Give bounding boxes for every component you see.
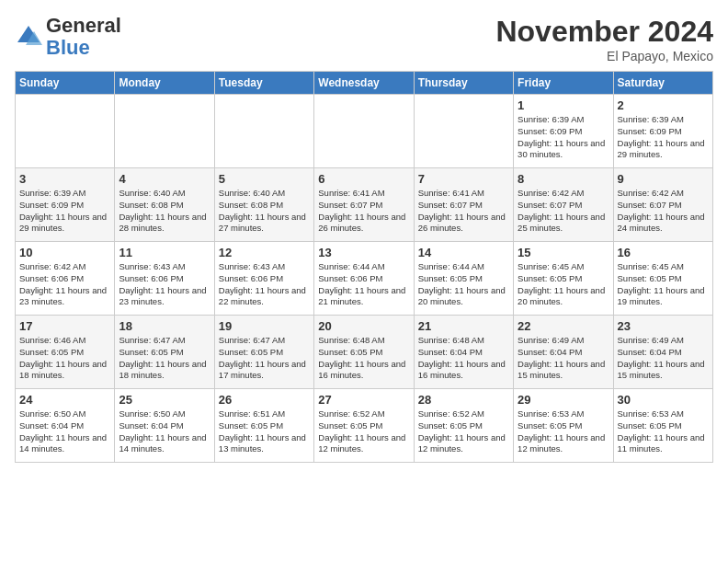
calendar-day — [115, 95, 214, 168]
day-info: Sunrise: 6:46 AM Sunset: 6:05 PM Dayligh… — [19, 335, 110, 382]
calendar-week-1: 3Sunrise: 6:39 AM Sunset: 6:09 PM Daylig… — [16, 168, 713, 242]
calendar-day: 6Sunrise: 6:41 AM Sunset: 6:07 PM Daylig… — [314, 168, 414, 242]
calendar-body: 1Sunrise: 6:39 AM Sunset: 6:09 PM Daylig… — [16, 95, 713, 463]
day-info: Sunrise: 6:40 AM Sunset: 6:08 PM Dayligh… — [119, 188, 210, 235]
calendar-table: SundayMondayTuesdayWednesdayThursdayFrid… — [15, 71, 713, 463]
day-number: 14 — [418, 246, 509, 259]
calendar-day: 10Sunrise: 6:42 AM Sunset: 6:06 PM Dayli… — [16, 242, 115, 316]
calendar-day: 3Sunrise: 6:39 AM Sunset: 6:09 PM Daylig… — [16, 168, 115, 242]
calendar-day: 28Sunrise: 6:52 AM Sunset: 6:05 PM Dayli… — [414, 389, 513, 463]
day-number: 28 — [418, 393, 509, 407]
calendar-day: 21Sunrise: 6:48 AM Sunset: 6:04 PM Dayli… — [414, 316, 513, 389]
location-subtitle: El Papayo, Mexico — [495, 49, 713, 63]
calendar-day: 7Sunrise: 6:41 AM Sunset: 6:07 PM Daylig… — [414, 168, 513, 242]
day-info: Sunrise: 6:39 AM Sunset: 6:09 PM Dayligh… — [618, 114, 709, 161]
day-number: 15 — [518, 246, 609, 259]
logo: GeneralBlue — [15, 15, 121, 59]
day-number: 16 — [618, 246, 709, 259]
day-header-wednesday: Wednesday — [314, 72, 414, 95]
logo-icon — [15, 23, 42, 51]
calendar-day: 5Sunrise: 6:40 AM Sunset: 6:08 PM Daylig… — [214, 168, 313, 242]
day-number: 29 — [518, 393, 609, 407]
day-info: Sunrise: 6:45 AM Sunset: 6:05 PM Dayligh… — [518, 261, 609, 308]
day-info: Sunrise: 6:44 AM Sunset: 6:06 PM Dayligh… — [318, 261, 409, 308]
day-number: 24 — [19, 393, 110, 407]
day-number: 11 — [119, 246, 210, 259]
day-info: Sunrise: 6:44 AM Sunset: 6:05 PM Dayligh… — [418, 261, 509, 308]
day-info: Sunrise: 6:49 AM Sunset: 6:04 PM Dayligh… — [518, 335, 609, 382]
calendar-day: 27Sunrise: 6:52 AM Sunset: 6:05 PM Dayli… — [314, 389, 414, 463]
calendar-day: 19Sunrise: 6:47 AM Sunset: 6:05 PM Dayli… — [214, 316, 313, 389]
day-info: Sunrise: 6:53 AM Sunset: 6:05 PM Dayligh… — [518, 408, 609, 455]
day-header-tuesday: Tuesday — [214, 72, 313, 95]
day-header-saturday: Saturday — [613, 72, 712, 95]
logo-text: GeneralBlue — [46, 15, 121, 59]
calendar-day: 12Sunrise: 6:43 AM Sunset: 6:06 PM Dayli… — [214, 242, 313, 316]
day-info: Sunrise: 6:53 AM Sunset: 6:05 PM Dayligh… — [618, 408, 709, 455]
calendar-day — [16, 95, 115, 168]
day-info: Sunrise: 6:39 AM Sunset: 6:09 PM Dayligh… — [19, 188, 110, 235]
calendar-day: 11Sunrise: 6:43 AM Sunset: 6:06 PM Dayli… — [115, 242, 214, 316]
calendar-day: 13Sunrise: 6:44 AM Sunset: 6:06 PM Dayli… — [314, 242, 414, 316]
calendar-day: 25Sunrise: 6:50 AM Sunset: 6:04 PM Dayli… — [115, 389, 214, 463]
calendar-day: 9Sunrise: 6:42 AM Sunset: 6:07 PM Daylig… — [613, 168, 712, 242]
day-info: Sunrise: 6:50 AM Sunset: 6:04 PM Dayligh… — [19, 408, 110, 455]
day-number: 3 — [19, 172, 110, 186]
calendar-day: 23Sunrise: 6:49 AM Sunset: 6:04 PM Dayli… — [613, 316, 712, 389]
day-info: Sunrise: 6:43 AM Sunset: 6:06 PM Dayligh… — [119, 261, 210, 308]
calendar-day: 30Sunrise: 6:53 AM Sunset: 6:05 PM Dayli… — [613, 389, 712, 463]
day-info: Sunrise: 6:52 AM Sunset: 6:05 PM Dayligh… — [418, 408, 509, 455]
calendar-day: 29Sunrise: 6:53 AM Sunset: 6:05 PM Dayli… — [514, 389, 613, 463]
calendar-week-2: 10Sunrise: 6:42 AM Sunset: 6:06 PM Dayli… — [16, 242, 713, 316]
day-info: Sunrise: 6:47 AM Sunset: 6:05 PM Dayligh… — [219, 335, 310, 382]
day-info: Sunrise: 6:48 AM Sunset: 6:04 PM Dayligh… — [418, 335, 509, 382]
day-number: 9 — [618, 172, 709, 186]
day-info: Sunrise: 6:41 AM Sunset: 6:07 PM Dayligh… — [418, 188, 509, 235]
day-number: 18 — [119, 319, 210, 333]
day-number: 19 — [219, 319, 310, 333]
day-number: 5 — [219, 172, 310, 186]
day-info: Sunrise: 6:40 AM Sunset: 6:08 PM Dayligh… — [219, 188, 310, 235]
calendar-day: 15Sunrise: 6:45 AM Sunset: 6:05 PM Dayli… — [514, 242, 613, 316]
calendar-day: 14Sunrise: 6:44 AM Sunset: 6:05 PM Dayli… — [414, 242, 513, 316]
day-number: 8 — [518, 172, 609, 186]
day-number: 20 — [318, 319, 409, 333]
calendar-day: 8Sunrise: 6:42 AM Sunset: 6:07 PM Daylig… — [514, 168, 613, 242]
day-info: Sunrise: 6:41 AM Sunset: 6:07 PM Dayligh… — [318, 188, 409, 235]
calendar-day: 16Sunrise: 6:45 AM Sunset: 6:05 PM Dayli… — [613, 242, 712, 316]
day-number: 10 — [19, 246, 110, 259]
day-info: Sunrise: 6:48 AM Sunset: 6:05 PM Dayligh… — [318, 335, 409, 382]
day-header-thursday: Thursday — [414, 72, 513, 95]
day-info: Sunrise: 6:42 AM Sunset: 6:07 PM Dayligh… — [518, 188, 609, 235]
day-number: 25 — [119, 393, 210, 407]
day-number: 30 — [618, 393, 709, 407]
day-number: 1 — [518, 98, 609, 112]
calendar-header-row: SundayMondayTuesdayWednesdayThursdayFrid… — [16, 72, 713, 95]
day-number: 13 — [318, 246, 409, 259]
month-title: November 2024 — [495, 15, 713, 49]
day-number: 6 — [318, 172, 409, 186]
day-number: 21 — [418, 319, 509, 333]
day-info: Sunrise: 6:51 AM Sunset: 6:05 PM Dayligh… — [219, 408, 310, 455]
calendar-week-0: 1Sunrise: 6:39 AM Sunset: 6:09 PM Daylig… — [16, 95, 713, 168]
day-info: Sunrise: 6:45 AM Sunset: 6:05 PM Dayligh… — [618, 261, 709, 308]
day-header-friday: Friday — [514, 72, 613, 95]
calendar-week-4: 24Sunrise: 6:50 AM Sunset: 6:04 PM Dayli… — [16, 389, 713, 463]
day-info: Sunrise: 6:50 AM Sunset: 6:04 PM Dayligh… — [119, 408, 210, 455]
day-number: 23 — [618, 319, 709, 333]
day-info: Sunrise: 6:47 AM Sunset: 6:05 PM Dayligh… — [119, 335, 210, 382]
calendar-day — [214, 95, 313, 168]
calendar-day: 22Sunrise: 6:49 AM Sunset: 6:04 PM Dayli… — [514, 316, 613, 389]
day-number: 27 — [318, 393, 409, 407]
day-header-monday: Monday — [115, 72, 214, 95]
calendar-week-3: 17Sunrise: 6:46 AM Sunset: 6:05 PM Dayli… — [16, 316, 713, 389]
calendar-day: 20Sunrise: 6:48 AM Sunset: 6:05 PM Dayli… — [314, 316, 414, 389]
day-number: 12 — [219, 246, 310, 259]
page-header: GeneralBlue November 2024 El Papayo, Mex… — [15, 15, 713, 63]
day-header-sunday: Sunday — [16, 72, 115, 95]
day-info: Sunrise: 6:52 AM Sunset: 6:05 PM Dayligh… — [318, 408, 409, 455]
calendar-day — [314, 95, 414, 168]
calendar-day: 4Sunrise: 6:40 AM Sunset: 6:08 PM Daylig… — [115, 168, 214, 242]
day-info: Sunrise: 6:42 AM Sunset: 6:07 PM Dayligh… — [618, 188, 709, 235]
day-info: Sunrise: 6:43 AM Sunset: 6:06 PM Dayligh… — [219, 261, 310, 308]
